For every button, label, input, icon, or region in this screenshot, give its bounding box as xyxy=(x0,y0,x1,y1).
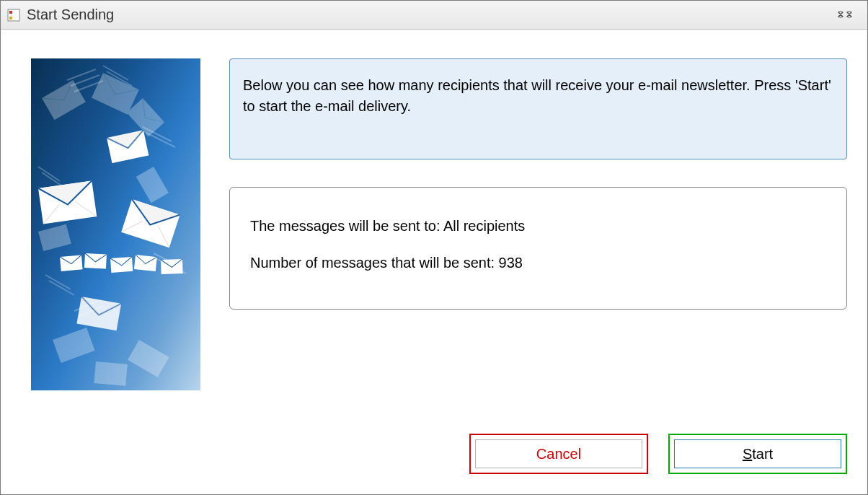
instruction-panel: Below you can see how many recipients th… xyxy=(229,58,847,159)
start-highlight: Start xyxy=(668,434,847,474)
count-line: Number of messages that will be sent: 93… xyxy=(250,255,826,271)
close-button[interactable] xyxy=(837,10,854,20)
window-title: Start Sending xyxy=(27,6,114,23)
recipients-line: The messages will be sent to: All recipi… xyxy=(250,218,826,235)
svg-rect-24 xyxy=(94,362,127,386)
instruction-text: Below you can see how many recipients th… xyxy=(243,77,831,114)
svg-rect-32 xyxy=(134,255,157,271)
count-value: 938 xyxy=(499,255,523,271)
titlebar: Start Sending xyxy=(1,1,867,30)
main-panel: Below you can see how many recipients th… xyxy=(229,58,847,474)
dialog-window: Start Sending xyxy=(0,0,868,495)
info-panel: The messages will be sent to: All recipi… xyxy=(229,187,847,310)
count-label: Number of messages that will be sent: xyxy=(250,255,495,271)
cancel-button[interactable]: Cancel xyxy=(475,439,642,468)
cancel-highlight: Cancel xyxy=(469,434,648,474)
start-button[interactable]: Start xyxy=(674,439,841,468)
svg-rect-1 xyxy=(9,11,12,14)
button-row: Cancel Start xyxy=(469,434,847,474)
svg-rect-29 xyxy=(60,255,83,271)
recipients-value: All recipients xyxy=(443,218,525,234)
recipients-label: The messages will be sent to: xyxy=(250,218,440,234)
svg-rect-2 xyxy=(9,17,12,19)
dialog-content: Below you can see how many recipients th… xyxy=(1,30,867,494)
decorative-image xyxy=(31,58,200,390)
app-icon xyxy=(6,8,21,22)
